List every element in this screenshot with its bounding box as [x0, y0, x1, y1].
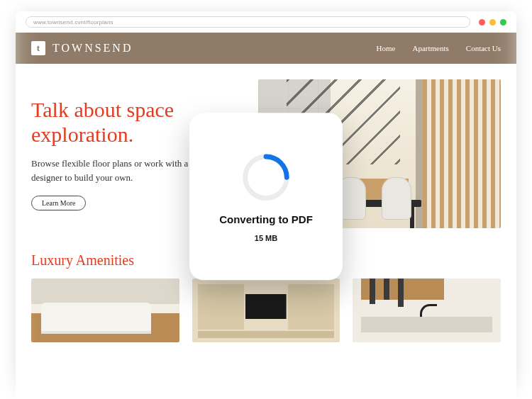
window-controls: [479, 19, 506, 26]
url-bar[interactable]: www.townsend.cvnt/floorplans: [26, 16, 470, 28]
maximize-icon[interactable]: [500, 19, 506, 26]
minimize-icon[interactable]: [489, 19, 496, 26]
brand-logo-icon: t: [31, 41, 45, 55]
browser-chrome: www.townsend.cvnt/floorplans: [16, 11, 516, 33]
nav-apartments[interactable]: Apartments: [412, 44, 448, 52]
brand[interactable]: t TOWNSEND: [31, 41, 133, 55]
hero-title-line1: Talk about space: [31, 98, 174, 121]
hero-image-slats: [423, 79, 501, 228]
close-icon[interactable]: [479, 19, 485, 26]
progress-spinner-icon: [238, 150, 294, 205]
pendant-light-icon: [384, 279, 389, 300]
faucet-icon: [420, 304, 437, 321]
modal-title: Converting to PDF: [219, 213, 313, 225]
amenity-card-kitchen[interactable]: [353, 279, 501, 342]
amenity-card-media[interactable]: [192, 279, 340, 342]
hero-title-line2: exploration.: [31, 123, 133, 146]
brand-name: TOWNSEND: [52, 42, 133, 55]
convert-modal: Converting to PDF 15 MB: [189, 113, 343, 280]
pendant-light-icon: [398, 279, 404, 307]
primary-nav: Home Apartments Contact Us: [377, 44, 501, 52]
nav-home[interactable]: Home: [377, 44, 396, 52]
modal-filesize: 15 MB: [255, 234, 277, 242]
hero-image-chair: [382, 177, 411, 220]
site-header: t TOWNSEND Home Apartments Contact Us: [16, 33, 516, 64]
learn-more-button[interactable]: Learn More: [31, 196, 86, 210]
amenity-card-bedroom[interactable]: [31, 279, 179, 342]
hero-subtitle: Browse flexible floor plans or work with…: [31, 157, 209, 184]
nav-contact[interactable]: Contact Us: [466, 44, 501, 52]
url-text: www.townsend.cvnt/floorplans: [33, 19, 113, 26]
amenities-grid: [31, 279, 501, 342]
pendant-light-icon: [370, 279, 375, 304]
